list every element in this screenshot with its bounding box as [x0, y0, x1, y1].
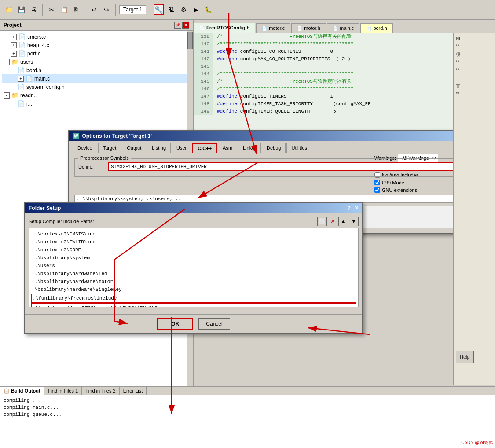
folder-ok-btn[interactable]: OK	[157, 318, 193, 330]
tab-utilities[interactable]: Utilities	[286, 143, 312, 153]
project-scrollbar-thumb[interactable]	[187, 32, 193, 49]
toolbar-btn-redo[interactable]: ↪	[101, 4, 112, 15]
c99-mode-checkbox[interactable]	[374, 180, 380, 185]
magic-wand-btn[interactable]: 🔧	[154, 4, 164, 15]
folder-list[interactable]: ..\cortex-m3\CMSIS\inc ..\cortex-m3\FWLI…	[29, 228, 359, 307]
tab-bar: 📄 FreeRTOSConfig.h 📄 motor.c 📄 motor.h 📄…	[194, 20, 495, 33]
gnu-extensions-label: GNU extensions	[382, 187, 417, 193]
tree-item-sysconfig[interactable]: 📄 system_config.h	[2, 83, 191, 91]
tree-expand-timers[interactable]: +	[11, 34, 17, 40]
toolbar-btn-debug[interactable]: 🐛	[203, 4, 213, 15]
tree-expand-port[interactable]: +	[11, 51, 17, 57]
tab-label-3: motor.h	[304, 26, 320, 31]
folder-item-0[interactable]: ..\cortex-m3\CMSIS\inc	[31, 230, 356, 238]
folder-down-btn[interactable]: ▼	[349, 217, 359, 226]
toolbar-btn-6[interactable]: ⎘	[71, 4, 81, 15]
file-icon-bord: 📄	[18, 67, 25, 73]
options-title-text: Options for Target 'Target 1'	[82, 133, 152, 139]
folder-item-1[interactable]: ..\cortex-m3\FWLIB\inc	[31, 238, 356, 246]
bottom-tab-errors[interactable]: Error List	[120, 387, 147, 395]
tree-item-readr[interactable]: - 📁 readr...	[2, 91, 191, 99]
toolbar-btn-1[interactable]: 📁	[4, 4, 14, 15]
project-close-btn[interactable]: ✕	[182, 22, 189, 29]
tab-target[interactable]: Target	[98, 143, 121, 153]
project-title: Project	[4, 22, 22, 28]
folder-item-5[interactable]: ..\bsplibrary\hardware\led	[31, 270, 356, 278]
tab-motor-h[interactable]: 📄 motor.h	[291, 23, 326, 33]
folder-toolbar-buttons: ⬜ ✕ ▲ ▼	[317, 217, 359, 226]
tree-label-bord: bord.h	[26, 67, 41, 73]
tab-asm[interactable]: Asm	[218, 143, 237, 153]
toolbar-btn-undo[interactable]: ↩	[89, 4, 99, 15]
folder-item-4[interactable]: ..\users	[31, 262, 356, 270]
folder-item-6[interactable]: ..\bsplibrary\hardware\motor	[31, 278, 356, 286]
right-panel: NI**项****置** Help	[453, 33, 495, 385]
code-line-145: 145 /* FreeRTOS与软件定时器有关	[194, 78, 495, 85]
tree-label-heap4: heap_4.c	[27, 42, 49, 48]
tab-motor-c[interactable]: 📄 motor.c	[256, 23, 290, 33]
tree-item-r[interactable]: 📄 r...	[2, 99, 191, 108]
folder-item-9[interactable]: .\funlibrary\freeRTOS\portable\RVDS\ARM_…	[31, 303, 356, 307]
folder-toolbar-label: Setup Compiler Include Paths:	[29, 219, 94, 224]
file-icon-timers: 📄	[18, 33, 26, 40]
tab-device[interactable]: Device	[73, 143, 97, 153]
toolbar-btn-build3[interactable]: ▶	[191, 4, 201, 15]
build-output: compiling ... compiling main.c... compil…	[0, 395, 495, 420]
folder-new-btn[interactable]: ⬜	[317, 217, 327, 226]
folder-dialog-buttons: OK Cancel	[25, 314, 362, 333]
toolbar-btn-2[interactable]: 💾	[16, 4, 26, 15]
tab-debug[interactable]: Debug	[262, 143, 286, 153]
bottom-tab-build[interactable]: 📋 Build Output	[0, 387, 44, 395]
project-pin-btn[interactable]: 📌	[174, 22, 181, 29]
toolbar-btn-5[interactable]: 📋	[59, 4, 69, 15]
tree-item-heap4[interactable]: + 📄 heap_4.c	[2, 41, 191, 49]
tab-icon-1: 📄	[199, 26, 205, 30]
toolbar-btn-4[interactable]: ✂	[46, 4, 57, 15]
tree-item-main-c[interactable]: + 📄 main.c	[2, 74, 191, 83]
tree-item-users[interactable]: - 📁 users	[2, 58, 191, 66]
tab-listing[interactable]: Listing	[147, 143, 171, 153]
tab-freertos-config[interactable]: 📄 FreeRTOSConfig.h	[194, 23, 255, 33]
toolbar-sep-3	[115, 4, 116, 16]
gnu-extensions-checkbox[interactable]	[374, 187, 380, 193]
toolbar-btn-build1[interactable]: 🏗	[166, 4, 176, 15]
folder-delete-btn[interactable]: ✕	[328, 217, 337, 226]
tab-user[interactable]: User	[172, 143, 191, 153]
folder-up-btn[interactable]: ▲	[338, 217, 348, 226]
tree-item-timers[interactable]: + 📄 timers.c	[2, 33, 191, 41]
file-icon-sysconfig: 📄	[18, 84, 25, 90]
target-selector[interactable]: Target 1	[119, 5, 146, 14]
toolbar-btn-build2[interactable]: ⚙	[178, 4, 189, 15]
folder-cancel-btn[interactable]: Cancel	[198, 318, 230, 330]
project-tree: + 📄 timers.c + 📄 heap_4.c + 📄 port.c - 📁…	[0, 31, 193, 110]
tree-item-port[interactable]: + 📄 port.c	[2, 49, 191, 58]
folder-item-2[interactable]: ..\cortex-m3\CORE	[31, 246, 356, 254]
tab-cpp[interactable]: C/C++	[192, 143, 217, 153]
options-dialog-title: W Options for Target 'Target 1' ✕	[69, 131, 472, 141]
tab-bord-h[interactable]: 📄 bord.h	[360, 23, 392, 33]
folder-close-btn[interactable]: ✕	[354, 205, 359, 211]
help-btn[interactable]: Help	[456, 351, 474, 363]
tab-icon-4: 📄	[333, 26, 338, 31]
folder-help-btn[interactable]: ?	[348, 205, 351, 211]
tree-item-bord-h[interactable]: 📄 bord.h	[2, 66, 191, 74]
tab-main-c[interactable]: 📄 main.c	[327, 23, 359, 33]
project-header-buttons: 📌 ✕	[174, 22, 189, 29]
file-icon-r: 📄	[18, 100, 25, 107]
tree-expand-main[interactable]: +	[18, 76, 24, 82]
folder-item-7[interactable]: .\bsplibrary\hardware\SingleKey	[31, 286, 356, 294]
tree-expand-heap4[interactable]: +	[11, 42, 17, 48]
bottom-tab-find1[interactable]: Find in Files 1	[44, 387, 82, 395]
toolbar-sep-4	[150, 4, 150, 16]
folder-item-3[interactable]: ..\bsplibrary\system	[31, 254, 356, 262]
bottom-tab-find2[interactable]: Find in Files 2	[82, 387, 119, 395]
tab-linker[interactable]: Linker	[238, 143, 261, 153]
file-icon-heap4: 📄	[18, 42, 26, 48]
include-paths-input[interactable]	[74, 195, 454, 203]
folder-item-8[interactable]: .\funlibrary\freeRTOS\include	[31, 294, 356, 303]
define-input[interactable]	[108, 162, 463, 171]
tab-output[interactable]: Output	[122, 143, 146, 153]
toolbar-btn-3[interactable]: 🖨	[28, 4, 39, 15]
tree-expand-readr[interactable]: -	[4, 92, 10, 99]
tree-expand-users[interactable]: -	[4, 59, 10, 65]
